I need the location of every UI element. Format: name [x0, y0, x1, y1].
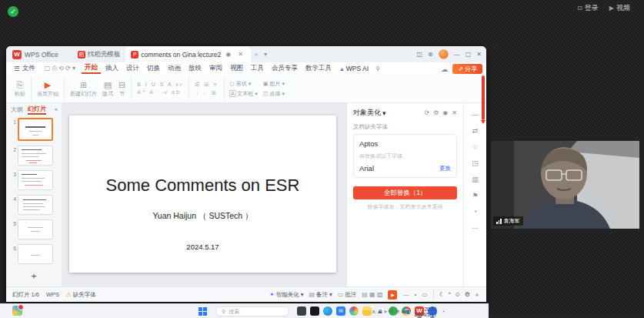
notification-bell-icon[interactable]: ◔ — [442, 309, 445, 314]
wps-ai-button[interactable]: ▲ WPS AI — [336, 65, 372, 72]
workspace-icon[interactable]: ◫ — [416, 51, 422, 58]
cloud-sync-icon[interactable]: ☁ — [441, 65, 448, 73]
panel-title-caret[interactable]: ▾ — [382, 109, 386, 117]
maximize-button[interactable]: ▢ — [465, 51, 472, 58]
tab-home[interactable]: 开始 — [82, 63, 101, 74]
current-slide[interactable]: Some Comments on ESR Yuan Haijun （ SUSTe… — [69, 115, 336, 273]
tab-design[interactable]: 设计 — [123, 64, 142, 73]
slide-thumbnail-3[interactable] — [18, 170, 53, 190]
globe-icon[interactable]: ⊕ — [428, 51, 433, 58]
login-button[interactable]: ⊡ 登录 — [577, 3, 599, 13]
textbox-button[interactable]: 🄰 文本框 ▾ — [230, 90, 258, 98]
pin-icon[interactable]: ◉ — [223, 51, 233, 58]
play-from-current-button[interactable]: ▶ 当页开始 — [37, 80, 58, 98]
app-icon-1[interactable] — [297, 306, 306, 316]
paragraph-tools-group[interactable]: ☰ ☱ ≡ ⋮⋮ ⊞ — [195, 82, 219, 96]
slide-thumbnail-2[interactable] — [18, 146, 53, 166]
tray-icons[interactable]: ∧ ☁ ⌖ 中 ≋ ◀ ▮ — [372, 308, 410, 316]
layout-tool-icon[interactable]: ◳ — [472, 159, 479, 167]
edge-icon[interactable] — [323, 306, 332, 316]
notes-button[interactable]: ▤ 备注 ▾ — [309, 291, 332, 299]
tab-transition[interactable]: 切换 — [144, 64, 163, 73]
slide-author[interactable]: Yuan Haijun （ SUSTech ） — [69, 211, 336, 222]
tab-review[interactable]: 审阅 — [206, 64, 225, 73]
slide-thumbnail-4[interactable] — [18, 195, 53, 215]
account-avatar[interactable] — [439, 49, 449, 59]
share-button[interactable]: ⇗ 分享 — [452, 64, 482, 74]
taskbar-search[interactable]: ⚲ 搜索 — [215, 306, 289, 316]
favorites-icon[interactable]: ☆ — [472, 143, 478, 151]
more-tools-icon[interactable]: ⋯ — [472, 224, 479, 232]
slide-thumbnail-6[interactable] — [18, 244, 53, 264]
minimize-button[interactable]: — — [454, 51, 460, 58]
photos-icon[interactable] — [349, 306, 359, 316]
tab-math-tools[interactable]: 数学工具 — [302, 64, 335, 73]
slide-canvas[interactable]: Some Comments on ESR Yuan Haijun （ SUSTe… — [62, 103, 346, 286]
emoji-icon[interactable]: ☺ — [455, 291, 461, 298]
pin-panel-icon[interactable]: ◉ — [442, 109, 448, 116]
grid-tool-icon[interactable]: ▥ — [472, 176, 479, 183]
video-toggle-button[interactable]: ▶ 视频 — [609, 3, 630, 13]
app-icon-2[interactable] — [310, 306, 319, 316]
tab-docer-templates[interactable]: 稻 找稻壳模板 — [72, 46, 126, 62]
smart-beautify-button[interactable]: ✦ 智能美化 ▾ — [269, 291, 303, 299]
collapse-strip-icon[interactable]: — — [472, 111, 479, 119]
new-slide-button[interactable]: ⊞ 新建幻灯片 — [70, 80, 97, 98]
comments-button[interactable]: ▭ 批注 — [338, 291, 357, 299]
section-button[interactable]: ⊟ 节 — [118, 80, 125, 98]
close-window-button[interactable]: ✕ — [476, 51, 482, 58]
participant-video-feed[interactable]: 袁海军 — [491, 141, 639, 229]
close-tab-icon[interactable]: ✕ — [235, 51, 245, 58]
switch-icon[interactable]: ⇄ — [472, 127, 479, 135]
tab-view[interactable]: 视图 — [227, 64, 246, 73]
change-font-link[interactable]: 更换 — [439, 165, 451, 172]
tab-slideshow[interactable]: 放映 — [185, 64, 205, 73]
tab-list-caret[interactable]: ▾ — [262, 51, 269, 58]
refresh-icon[interactable]: ⟳ — [424, 109, 429, 116]
tab-insert[interactable]: 插入 — [102, 64, 122, 73]
punctuation-icon[interactable]: ” — [449, 291, 451, 298]
zoom-out-icon[interactable]: — — [402, 291, 409, 298]
tab-animation[interactable]: 动画 — [165, 64, 184, 73]
quick-access-toolbar[interactable]: ▢ ⎙ ⟲ ⟳ ▾ — [40, 65, 80, 72]
file-explorer-icon[interactable] — [362, 306, 372, 316]
red-scrollbar-indicator[interactable] — [482, 75, 485, 120]
slide-thumbnail-5[interactable] — [18, 219, 53, 239]
shape-button[interactable]: ⬠ 形状 ▾ — [230, 80, 258, 88]
slideshow-play-button[interactable]: ▶ — [388, 290, 397, 300]
zoom-slider-handle[interactable]: • — [414, 291, 416, 298]
slide-thumbnail-1[interactable] — [18, 118, 53, 141]
taskbar-clock[interactable]: 20:51 2024/5/17 — [415, 306, 437, 317]
replace-all-button[interactable]: 全部替换（1） — [353, 186, 457, 199]
file-menu[interactable]: ☰ 文件 — [11, 64, 38, 73]
slide-title[interactable]: Some Comments on ESR — [69, 176, 336, 196]
mail-icon[interactable]: ✉ — [336, 306, 345, 316]
ime-plus-icon[interactable]: ＋ — [474, 290, 480, 299]
tab-tools[interactable]: 工具 — [248, 64, 267, 73]
close-panel-icon[interactable]: ✕ — [452, 109, 457, 116]
search-icon[interactable]: ⚲ — [373, 65, 382, 72]
layout-button[interactable]: ▤ 版式 — [102, 80, 113, 98]
missing-font-warning[interactable]: ⚠ 缺失字体 — [66, 291, 96, 299]
view-mode-icons[interactable]: ▤ ▦ ▧ — [362, 291, 382, 298]
collapse-panel-icon[interactable]: ◂ — [54, 106, 57, 112]
flag-tool-icon[interactable]: ⚑ — [472, 192, 478, 199]
media-button[interactable]: ◫ 媒体 ▾ — [263, 90, 285, 98]
notification-app-icon[interactable] — [12, 306, 22, 316]
outline-tab[interactable]: 大纲 — [11, 105, 23, 114]
settings-icon[interactable]: ⚙ — [433, 109, 439, 116]
slides-tab[interactable]: 幻灯片 — [28, 105, 46, 115]
new-tab-button[interactable]: ＋ — [251, 50, 262, 59]
ime-settings-icon[interactable]: ⚙ — [465, 291, 470, 298]
wps-collab-label[interactable]: WPS — [46, 291, 59, 298]
fit-slide-icon[interactable]: ▭ — [422, 291, 428, 298]
tab-document[interactable]: P comments on Gina lecture2 ◉ ✕ — [125, 46, 251, 62]
paste-button[interactable]: ⎘ 粘贴 — [15, 80, 25, 98]
picture-button[interactable]: ▣ 图片 ▾ — [263, 80, 285, 88]
moon-icon[interactable]: ☾ — [439, 291, 445, 298]
clock-tool-icon[interactable]: ◔ — [473, 208, 477, 216]
start-button[interactable] — [199, 307, 207, 316]
slide-date[interactable]: 2024.5.17 — [69, 243, 336, 251]
add-slide-button[interactable]: ＋ — [29, 269, 38, 283]
tab-member[interactable]: 会员专享 — [269, 64, 301, 73]
